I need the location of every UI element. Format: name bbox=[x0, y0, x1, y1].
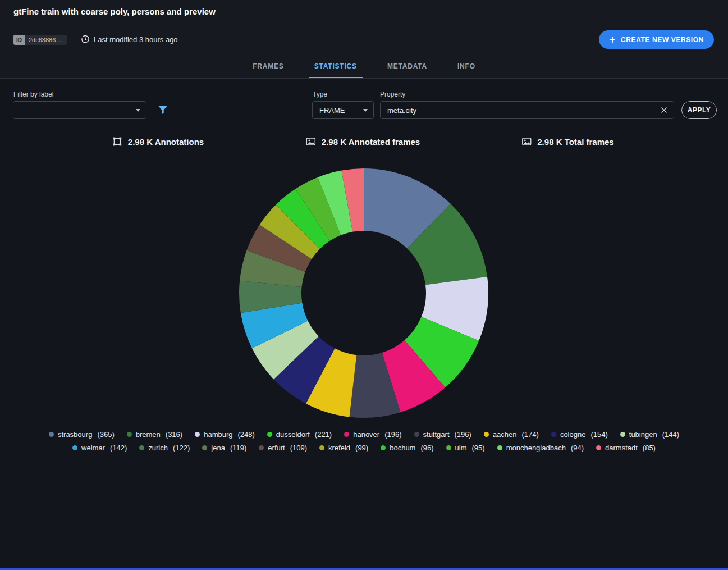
legend-count: (196) bbox=[384, 430, 401, 439]
id-badge: ID bbox=[13, 35, 25, 45]
legend-name: cologne bbox=[560, 430, 586, 439]
legend-item-hanover[interactable]: hanover(196) bbox=[344, 430, 401, 439]
stat-total-frames: 2.98 K Total frames bbox=[521, 136, 613, 147]
create-new-version-label: CREATE NEW VERSION bbox=[621, 36, 704, 44]
legend-item-dusseldorf[interactable]: dusseldorf(221) bbox=[267, 430, 332, 439]
legend-name: monchengladbach bbox=[506, 444, 566, 452]
frames-icon bbox=[305, 136, 317, 147]
stat-total-frames-text: 2.98 K Total frames bbox=[537, 137, 613, 147]
legend-name: hamburg bbox=[204, 430, 232, 439]
legend-dot-icon bbox=[344, 432, 349, 437]
legend-item-weimar[interactable]: weimar(142) bbox=[72, 444, 127, 452]
legend-name: tubingen bbox=[629, 430, 657, 439]
legend-name: weimar bbox=[81, 444, 105, 452]
page-title: gtFine train with coarse poly, persons a… bbox=[13, 7, 216, 16]
legend-item-jena[interactable]: jena(119) bbox=[202, 444, 246, 452]
header: gtFine train with coarse poly, persons a… bbox=[0, 0, 728, 79]
history-icon bbox=[81, 35, 90, 44]
legend-item-aachen[interactable]: aachen(174) bbox=[484, 430, 539, 439]
legend-count: (365) bbox=[97, 430, 114, 439]
legend-item-bochum[interactable]: bochum(96) bbox=[381, 444, 433, 452]
id-value: 2dc63886 ... bbox=[25, 35, 67, 45]
legend-name: erfurt bbox=[268, 444, 285, 452]
legend-item-zurich[interactable]: zurich(122) bbox=[139, 444, 190, 452]
legend-dot-icon bbox=[259, 445, 264, 450]
legend-dot-icon bbox=[446, 445, 451, 450]
stat-annotated-frames-text: 2.98 K Annotated frames bbox=[322, 137, 420, 147]
legend-dot-icon bbox=[414, 432, 419, 437]
bottom-progress-bar bbox=[0, 568, 728, 570]
legend-count: (109) bbox=[290, 444, 307, 452]
frames-icon bbox=[521, 136, 532, 147]
legend-item-bremen[interactable]: bremen(316) bbox=[127, 430, 182, 439]
legend-row: strasbourg(365)bremen(316)hamburg(248)du… bbox=[0, 430, 728, 439]
legend-item-erfurt[interactable]: erfurt(109) bbox=[259, 444, 307, 452]
legend-dot-icon bbox=[195, 432, 200, 437]
create-new-version-button[interactable]: CREATE NEW VERSION bbox=[599, 30, 714, 49]
legend-count: (221) bbox=[315, 430, 332, 439]
legend-name: bochum bbox=[390, 444, 415, 452]
property-label: Property bbox=[380, 90, 405, 98]
chart-legend: strasbourg(365)bremen(316)hamburg(248)du… bbox=[0, 430, 728, 452]
stat-annotations-text: 2.98 K Annotations bbox=[128, 137, 204, 147]
legend-item-monchengladbach[interactable]: monchengladbach(94) bbox=[497, 444, 584, 452]
legend-dot-icon bbox=[139, 445, 144, 450]
legend-item-tubingen[interactable]: tubingen(144) bbox=[620, 430, 679, 439]
tab-bar: FRAMES STATISTICS METADATA INFO bbox=[0, 54, 728, 78]
legend-count: (248) bbox=[237, 430, 254, 439]
legend-item-hamburg[interactable]: hamburg(248) bbox=[195, 430, 255, 439]
legend-item-ulm[interactable]: ulm(95) bbox=[446, 444, 485, 452]
legend-item-strasbourg[interactable]: strasbourg(365) bbox=[49, 430, 115, 439]
legend-dot-icon bbox=[381, 445, 386, 450]
legend-count: (174) bbox=[522, 430, 539, 439]
legend-item-cologne[interactable]: cologne(154) bbox=[551, 430, 608, 439]
legend-name: hanover bbox=[353, 430, 379, 439]
legend-name: krefeld bbox=[328, 444, 350, 452]
legend-count: (144) bbox=[662, 430, 679, 439]
annotations-icon bbox=[112, 136, 123, 147]
chevron-down-icon bbox=[136, 109, 140, 112]
legend-count: (316) bbox=[166, 430, 182, 439]
legend-name: darmstadt bbox=[605, 444, 638, 452]
legend-dot-icon bbox=[596, 445, 601, 450]
legend-name: aachen bbox=[493, 430, 517, 439]
legend-count: (95) bbox=[472, 444, 485, 452]
property-input[interactable] bbox=[380, 101, 674, 119]
filter-funnel-icon[interactable] bbox=[158, 105, 168, 117]
filter-by-label-label: Filter by label bbox=[13, 90, 53, 98]
tab-frames[interactable]: FRAMES bbox=[250, 54, 286, 78]
stat-annotated-frames: 2.98 K Annotated frames bbox=[305, 136, 420, 147]
legend-name: ulm bbox=[455, 444, 467, 452]
donut-chart bbox=[235, 164, 493, 422]
plus-icon bbox=[609, 37, 616, 43]
type-select[interactable]: FRAME bbox=[312, 101, 374, 119]
legend-dot-icon bbox=[202, 445, 207, 450]
legend-dot-icon bbox=[49, 432, 54, 437]
apply-button[interactable]: APPLY bbox=[681, 101, 717, 119]
label-filter-select[interactable] bbox=[13, 101, 146, 119]
tab-info[interactable]: INFO bbox=[455, 54, 478, 78]
legend-count: (142) bbox=[110, 444, 127, 452]
dataset-id-chip[interactable]: ID 2dc63886 ... bbox=[13, 35, 67, 45]
city-distribution-chart bbox=[235, 164, 493, 422]
chevron-down-icon bbox=[363, 109, 368, 112]
legend-dot-icon bbox=[620, 432, 625, 437]
tab-metadata[interactable]: METADATA bbox=[385, 54, 429, 78]
legend-dot-icon bbox=[319, 445, 324, 450]
type-label: Type bbox=[313, 90, 327, 98]
stat-annotations: 2.98 K Annotations bbox=[112, 136, 204, 147]
legend-dot-icon bbox=[484, 432, 489, 437]
legend-dot-icon bbox=[267, 432, 272, 437]
legend-item-stuttgart[interactable]: stuttgart(196) bbox=[414, 430, 471, 439]
legend-item-krefeld[interactable]: krefeld(99) bbox=[319, 444, 368, 452]
dataset-statistics-page: gtFine train with coarse poly, persons a… bbox=[0, 0, 728, 570]
legend-count: (154) bbox=[590, 430, 607, 439]
type-select-value: FRAME bbox=[319, 106, 345, 115]
legend-item-darmstadt[interactable]: darmstadt(85) bbox=[596, 444, 656, 452]
legend-count: (96) bbox=[420, 444, 433, 452]
last-modified-text: Last modified 3 hours ago bbox=[94, 35, 178, 44]
tab-statistics[interactable]: STATISTICS bbox=[312, 54, 359, 78]
legend-count: (99) bbox=[355, 444, 368, 452]
clear-property-icon[interactable] bbox=[660, 106, 668, 116]
last-modified: Last modified 3 hours ago bbox=[81, 35, 178, 44]
